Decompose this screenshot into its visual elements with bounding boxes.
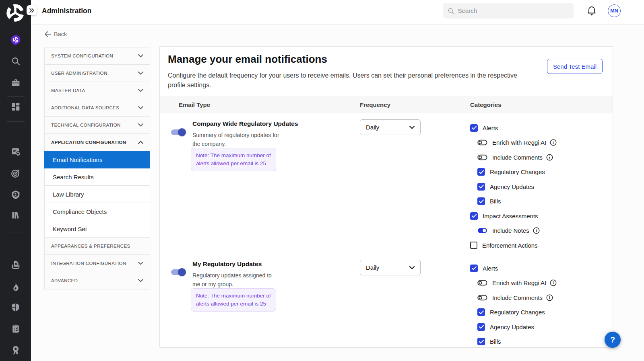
global-search[interactable] xyxy=(443,3,574,18)
expand-sidebar-button[interactable] xyxy=(27,5,37,15)
chevron-down-icon xyxy=(409,266,415,269)
category-label: Enrich with Reggi AI xyxy=(492,279,546,286)
email-type-title: Company Wide Regulatory Updates xyxy=(192,120,298,127)
check-icon xyxy=(479,170,484,174)
settings-nav: SYSTEM CONFIGURATION USER ADMINISTRATION… xyxy=(44,47,150,289)
nav-section-appearances-preferences[interactable]: APPEARANCES & PREFERENCES xyxy=(44,237,150,255)
checkbox-checked[interactable] xyxy=(470,212,478,220)
send-test-email-button[interactable]: Send Test Email xyxy=(547,59,603,74)
category-item: Regulatory Changes xyxy=(470,305,557,320)
clipboard-check-icon[interactable] xyxy=(10,324,21,335)
nav-section-additional-data-sources[interactable]: ADDITIONAL DATA SOURCES xyxy=(44,99,150,117)
shield-globe-icon[interactable] xyxy=(10,190,21,201)
checkbox-checked[interactable] xyxy=(477,197,485,205)
document-tray-icon[interactable] xyxy=(10,259,21,271)
nav-item-compliance-objects[interactable]: Compliance Objects xyxy=(44,203,150,220)
frequency-select[interactable]: Daily xyxy=(360,260,421,275)
info-icon[interactable] xyxy=(550,279,557,286)
nav-section-technical-configuration[interactable]: TECHNICAL CONFIGURATION xyxy=(44,116,150,134)
info-icon[interactable] xyxy=(546,294,553,301)
ai-assistant-icon[interactable] xyxy=(10,35,21,47)
note-chip: Note: The maximum number of alerts allow… xyxy=(191,148,276,171)
notifications-box-icon[interactable] xyxy=(10,146,21,158)
checkbox-checked[interactable] xyxy=(477,183,485,191)
email-type-title: My Regulatory Updates xyxy=(192,260,262,268)
nav-section-application-configuration[interactable]: APPLICATION CONFIGURATION xyxy=(44,133,150,151)
category-label: Enforcement Actions xyxy=(482,242,538,249)
nav-section-label: INTEGRATION CONFIGURATION xyxy=(51,261,126,266)
back-link[interactable]: Back xyxy=(44,31,67,37)
email-enabled-toggle[interactable] xyxy=(171,268,185,276)
checkbox-checked[interactable] xyxy=(477,338,485,345)
frequency-select[interactable]: Daily xyxy=(360,119,421,135)
avatar[interactable]: MN xyxy=(608,4,621,17)
notifications-bell-icon[interactable] xyxy=(587,6,597,18)
category-item: Agency Updates xyxy=(470,179,557,194)
frequency-value: Daily xyxy=(366,124,379,131)
category-item: Include Comments xyxy=(470,150,557,165)
nav-item-email-notifications[interactable]: Email Notifications xyxy=(44,151,150,168)
chevron-down-icon xyxy=(138,262,143,265)
toggle-off-icon[interactable] xyxy=(477,139,487,146)
column-header-categories: Categories xyxy=(470,96,502,113)
toggle-off-icon[interactable] xyxy=(477,295,487,301)
checkbox-checked[interactable] xyxy=(470,265,478,272)
help-button[interactable]: ? xyxy=(605,332,621,348)
check-icon xyxy=(479,325,484,329)
category-item: Agency Updates xyxy=(470,320,557,334)
category-label: Agency Updates xyxy=(490,183,534,190)
toggle-on-icon[interactable] xyxy=(477,228,487,234)
nav-section-advanced[interactable]: ADVANCED xyxy=(44,272,150,289)
nav-item-search-results[interactable]: Search Results xyxy=(44,168,150,186)
checkbox-checked[interactable] xyxy=(477,168,485,176)
nav-section-master-data[interactable]: MASTER DATA xyxy=(44,82,150,99)
category-label: Regulatory Changes xyxy=(490,309,545,316)
nav-section-integration-configuration[interactable]: INTEGRATION CONFIGURATION xyxy=(44,254,150,272)
frequency-value: Daily xyxy=(366,264,379,271)
chevron-up-icon xyxy=(138,141,143,144)
badge-icon[interactable] xyxy=(10,345,21,357)
note-chip: Note: The maximum number of alerts allow… xyxy=(191,288,276,312)
checkbox-unchecked[interactable] xyxy=(470,242,477,249)
toolbox-icon[interactable] xyxy=(10,77,21,89)
info-icon[interactable] xyxy=(550,139,557,146)
email-enabled-toggle[interactable] xyxy=(171,128,185,136)
checkbox-checked[interactable] xyxy=(477,323,485,331)
dashboard-icon[interactable] xyxy=(10,102,21,113)
checkbox-checked[interactable] xyxy=(477,308,485,316)
email-type-description: Regulatory updates assigned to me or my … xyxy=(192,271,280,289)
chevron-down-icon xyxy=(138,54,143,57)
rail-divider xyxy=(7,121,25,122)
shield-icon[interactable] xyxy=(10,302,21,314)
content-area: Back SYSTEM CONFIGURATION USER ADMINISTR… xyxy=(31,25,644,361)
column-header-frequency: Frequency xyxy=(360,96,390,113)
check-icon xyxy=(479,310,484,314)
chevron-down-icon xyxy=(409,126,415,129)
nav-section-user-administration[interactable]: USER ADMINISTRATION xyxy=(44,64,150,82)
brand-logo-icon xyxy=(5,2,26,25)
search-icon[interactable] xyxy=(11,56,21,68)
library-icon[interactable] xyxy=(10,210,21,222)
info-icon[interactable] xyxy=(533,227,540,234)
categories-list: Alerts Enrich with Reggi AI Include Comm… xyxy=(470,261,557,348)
email-type-description: Summary of regulatory updates for the co… xyxy=(192,131,280,148)
search-input[interactable] xyxy=(458,7,569,14)
category-label: Bills xyxy=(490,198,501,205)
toggle-off-icon[interactable] xyxy=(477,280,487,286)
help-icon: ? xyxy=(610,335,615,345)
flame-icon[interactable] xyxy=(10,281,21,293)
nav-item-law-library[interactable]: Law Library xyxy=(44,185,150,203)
target-icon[interactable] xyxy=(10,168,21,180)
nav-item-keyword-set[interactable]: Keyword Set xyxy=(44,220,150,238)
back-label: Back xyxy=(54,31,67,37)
back-arrow-icon xyxy=(44,31,51,37)
nav-section-label: APPEARANCES & PREFERENCES xyxy=(51,244,130,248)
panel-description: Configure the default frequency for your… xyxy=(168,71,532,90)
nav-section-label: MASTER DATA xyxy=(51,88,85,93)
checkbox-checked[interactable] xyxy=(470,124,478,132)
info-icon[interactable] xyxy=(546,154,553,161)
category-label: Agency Updates xyxy=(490,324,534,330)
toggle-off-icon[interactable] xyxy=(477,154,487,160)
nav-section-system-configuration[interactable]: SYSTEM CONFIGURATION xyxy=(44,47,150,65)
category-label: Impact Assessments xyxy=(483,213,538,219)
